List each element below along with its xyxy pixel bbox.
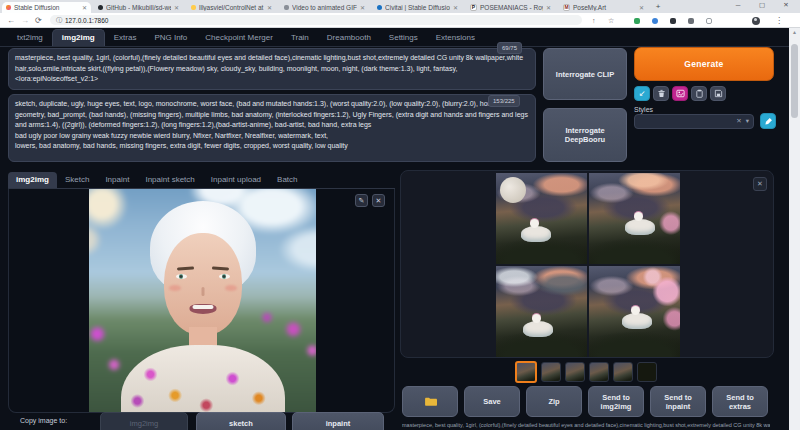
- close-icon: ✕: [376, 197, 382, 205]
- negative-prompt-textarea[interactable]: sketch, duplicate, ugly, huge eyes, text…: [8, 94, 536, 162]
- tab-close-icon[interactable]: ✕: [360, 4, 365, 11]
- civitai-favicon: [377, 5, 382, 10]
- extension-icon-dark[interactable]: [670, 18, 676, 24]
- remove-image-button[interactable]: ✕: [372, 194, 385, 207]
- tab-extras[interactable]: Extras: [105, 30, 146, 46]
- generated-image-3[interactable]: [496, 266, 587, 357]
- profile-avatar[interactable]: [752, 17, 760, 25]
- output-gallery: ✕: [400, 170, 774, 358]
- window-maximize-button[interactable]: ▢: [755, 1, 769, 9]
- generate-button[interactable]: Generate: [634, 47, 774, 81]
- clipboard-icon: [695, 89, 704, 98]
- clear-prompt-button[interactable]: [653, 86, 669, 101]
- browser-tab-posemaniacs[interactable]: P POSEMANIACS - Royalty free 3 ✕: [466, 2, 555, 13]
- extra-networks-button[interactable]: [672, 86, 688, 101]
- url-text: 127.0.0.1:7860: [65, 17, 108, 24]
- send-to-inpaint-button[interactable]: Send to inpaint: [650, 386, 706, 417]
- styles-dropdown[interactable]: ✕ ▾: [634, 114, 754, 129]
- source-image-dropzone[interactable]: ✎ ✕: [8, 189, 395, 413]
- picture-card-icon: [676, 89, 685, 98]
- browser-tab-gif-converter[interactable]: Video to animated GIF converter ✕: [280, 2, 369, 13]
- generated-image-1[interactable]: [496, 173, 587, 264]
- clear-styles-icon[interactable]: ✕: [736, 118, 741, 125]
- side-panel-icon[interactable]: [706, 18, 712, 24]
- new-tab-button[interactable]: +: [652, 2, 664, 13]
- paste-generation-params-button[interactable]: ↙: [634, 86, 650, 101]
- tab-extensions[interactable]: Extensions: [427, 30, 484, 46]
- browser-tab-stable-diffusion[interactable]: Stable Diffusion ✕: [2, 2, 91, 13]
- back-icon[interactable]: ←: [7, 16, 15, 25]
- thumbnail-5[interactable]: [637, 362, 657, 382]
- github-favicon: [98, 5, 103, 10]
- site-info-icon[interactable]: ⓘ: [56, 16, 62, 25]
- send-to-img2img-button[interactable]: Send to img2img: [588, 386, 644, 417]
- interrogate-deepbooru-button[interactable]: Interrogate DeepBooru: [543, 108, 627, 162]
- tab-close-icon[interactable]: ✕: [546, 4, 551, 11]
- scrollbar-thumb[interactable]: [791, 44, 798, 118]
- subtab-inpaint-sketch[interactable]: Inpaint sketch: [137, 172, 202, 188]
- interrogate-clip-button[interactable]: Interrogate CLIP: [543, 48, 627, 100]
- tab-png-info[interactable]: PNG Info: [145, 30, 196, 46]
- tab-dreambooth[interactable]: Dreambooth: [318, 30, 380, 46]
- edit-styles-button[interactable]: [760, 113, 776, 129]
- portrait-face: [164, 233, 242, 335]
- tab-close-icon[interactable]: ✕: [453, 4, 458, 11]
- thumbnail-2[interactable]: [565, 362, 585, 382]
- zip-button[interactable]: Zip: [526, 386, 582, 417]
- tab-close-icon[interactable]: ✕: [82, 4, 87, 11]
- open-folder-button[interactable]: [402, 386, 458, 417]
- extension-icon-gray[interactable]: [688, 18, 694, 24]
- brush-icon: [764, 117, 773, 126]
- reload-icon[interactable]: ⟳: [35, 16, 42, 25]
- tab-img2img[interactable]: img2img: [52, 29, 105, 46]
- url-omnibox[interactable]: ⓘ 127.0.0.1:7860: [50, 15, 582, 25]
- generated-image-2[interactable]: [589, 173, 680, 264]
- source-image-portrait[interactable]: [89, 189, 316, 413]
- tab-txt2img[interactable]: txt2img: [8, 30, 52, 46]
- browser-menu-kebab-icon[interactable]: ⋮: [775, 16, 783, 25]
- window-minimize-button[interactable]: ─: [731, 1, 745, 8]
- subtab-img2img[interactable]: img2img: [8, 172, 57, 188]
- window-close-button[interactable]: ✕: [779, 1, 793, 9]
- styles-label: Styles: [634, 106, 653, 113]
- subtab-inpaint-upload[interactable]: Inpaint upload: [203, 172, 269, 188]
- browser-tab-controlnet[interactable]: lllyasviel/ControlNet at mai ✕: [187, 2, 276, 13]
- close-icon: ✕: [757, 180, 763, 188]
- close-gallery-button[interactable]: ✕: [753, 177, 767, 191]
- tab-train[interactable]: Train: [282, 30, 318, 46]
- save-style-button[interactable]: [710, 86, 726, 101]
- share-icon[interactable]: ↑: [592, 16, 596, 25]
- bookmark-star-icon[interactable]: ☆: [608, 16, 614, 25]
- thumbnail-3[interactable]: [589, 362, 609, 382]
- tab-settings[interactable]: Settings: [380, 30, 427, 46]
- scrollbar-up-arrow[interactable]: ▲: [789, 29, 800, 35]
- subtab-sketch[interactable]: Sketch: [57, 172, 97, 188]
- tab-close-icon[interactable]: ✕: [639, 4, 644, 11]
- extension-icon-green[interactable]: [634, 18, 640, 24]
- thumbnail-4[interactable]: [613, 362, 633, 382]
- browser-address-bar: ← → ⟳ ⓘ 127.0.0.1:7860 ↑ ☆ ⋮: [0, 13, 800, 28]
- thumbnail-1[interactable]: [541, 362, 561, 382]
- tab-checkpoint-merger[interactable]: Checkpoint Merger: [196, 30, 282, 46]
- browser-tab-civitai[interactable]: Civitai | Stable Diffusion model ✕: [373, 2, 462, 13]
- generated-image-4[interactable]: [589, 266, 680, 357]
- prompt-textarea[interactable]: masterpiece, best quality, 1girl, (color…: [8, 48, 536, 90]
- browser-tab-posemyart[interactable]: M PoseMy.Art ✕: [559, 2, 648, 13]
- edit-image-button[interactable]: ✎: [355, 194, 368, 207]
- stable-diffusion-favicon: [6, 5, 11, 10]
- copy-to-sketch-button[interactable]: sketch: [196, 412, 286, 430]
- subtab-batch[interactable]: Batch: [269, 172, 305, 188]
- tab-close-icon[interactable]: ✕: [267, 4, 272, 11]
- send-to-extras-button[interactable]: Send to extras: [712, 386, 768, 417]
- subtab-inpaint[interactable]: Inpaint: [97, 172, 137, 188]
- extension-icon-blue[interactable]: [652, 18, 658, 24]
- forward-icon[interactable]: →: [21, 16, 29, 25]
- thumbnail-grid-selected[interactable]: [515, 361, 537, 383]
- posemyart-favicon: M: [563, 4, 570, 11]
- tab-close-icon[interactable]: ✕: [174, 4, 179, 11]
- apply-styles-button[interactable]: [691, 86, 707, 101]
- copy-to-inpaint-button[interactable]: inpaint: [292, 412, 384, 430]
- browser-tab-github[interactable]: GitHub - Mikubill/sd-webu-co ✕: [94, 2, 183, 13]
- huggingface-favicon: [191, 5, 196, 10]
- save-button[interactable]: Save: [464, 386, 520, 417]
